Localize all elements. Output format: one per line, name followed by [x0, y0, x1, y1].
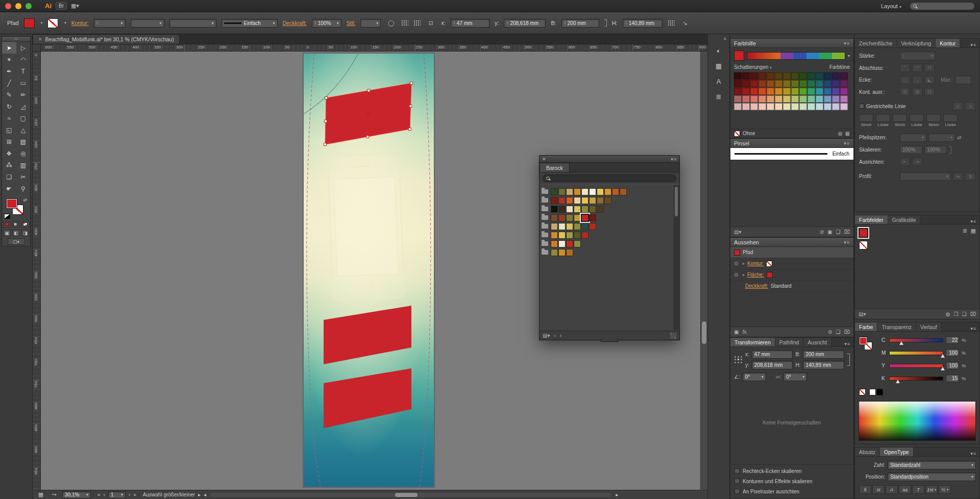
new-color-group-icon[interactable]: ❒	[954, 311, 959, 317]
align-stroke-inside-button[interactable]: ⊞	[912, 88, 922, 96]
color-variant-swatch[interactable]	[783, 95, 791, 103]
color-variant-swatch[interactable]	[750, 95, 758, 103]
mesh-tool[interactable]: ⊞	[2, 136, 16, 147]
harmony-color-segment[interactable]	[793, 53, 806, 59]
draw-normal-button[interactable]: ▣	[3, 230, 11, 236]
color-variant-swatch[interactable]	[824, 95, 831, 103]
stroke-link[interactable]: Kontur:	[71, 20, 89, 26]
library-swatch[interactable]	[581, 214, 589, 221]
color-variant-swatch[interactable]	[742, 80, 750, 87]
new-swatch-icon[interactable]: ❏	[962, 311, 967, 317]
slice-tool[interactable]: ✂	[16, 171, 31, 183]
panel-menu-icon[interactable]: ▾≡	[970, 42, 979, 47]
slider-thumb[interactable]	[941, 367, 945, 370]
scroll-left-arrow[interactable]: ◂	[204, 492, 206, 497]
dash-value-field[interactable]	[926, 114, 941, 122]
new-brush-icon[interactable]: ❏	[836, 229, 841, 235]
zoom-window-button[interactable]	[26, 3, 32, 9]
style-link[interactable]: Stil:	[347, 20, 356, 26]
swap-fill-stroke-icon[interactable]: ⇄	[23, 197, 27, 203]
library-swatch[interactable]	[566, 240, 573, 247]
next-library-icon[interactable]: ›	[560, 333, 561, 338]
zoom-level-combo[interactable]: 30,1%	[62, 491, 91, 498]
align-stroke-center-button[interactable]: ⊟	[900, 88, 910, 96]
panel-menu-icon[interactable]: ▾≡	[844, 41, 850, 46]
previous-library-icon[interactable]: ‹	[554, 333, 555, 338]
harmony-color-segment[interactable]	[747, 53, 780, 59]
slider-thumb[interactable]	[896, 380, 900, 383]
panel-menu-icon[interactable]: ▾≡	[671, 157, 677, 162]
library-swatch[interactable]	[558, 249, 566, 256]
color-variant-swatch[interactable]	[734, 95, 742, 103]
color-variant-swatch[interactable]	[775, 88, 782, 95]
arrowhead-end-combo[interactable]	[928, 133, 955, 142]
swatch-libraries-icon[interactable]: ▤▾	[859, 311, 866, 317]
brush-libraries-icon[interactable]: ▤▾	[734, 229, 741, 235]
library-swatch[interactable]	[551, 240, 558, 247]
perspective-grid-tool[interactable]: △	[16, 124, 31, 136]
first-artboard-button[interactable]: «	[97, 492, 101, 497]
folder-icon[interactable]	[542, 198, 548, 203]
library-swatch[interactable]	[551, 197, 558, 204]
slider-track[interactable]	[889, 351, 943, 355]
swatch-list[interactable]	[540, 184, 679, 331]
library-swatch[interactable]	[589, 197, 596, 204]
color-variant-swatch[interactable]	[832, 103, 840, 110]
harmony-colors-bar[interactable]	[747, 52, 845, 60]
opentype-feature-button[interactable]: 1st	[925, 485, 938, 494]
color-variant-swatch[interactable]	[734, 88, 742, 95]
library-swatch[interactable]	[558, 206, 566, 213]
fill-dropdown-icon[interactable]: ▾	[41, 21, 43, 25]
library-swatch[interactable]	[604, 188, 611, 195]
panel-menu-icon[interactable]: ▾≡	[970, 326, 979, 331]
swatch-list-scrollbar[interactable]	[674, 185, 679, 330]
color-variant-swatch[interactable]	[742, 88, 750, 95]
document-setup-icon[interactable]: ◯	[386, 18, 396, 28]
color-variant-swatch[interactable]	[750, 80, 758, 87]
color-variant-swatch[interactable]	[758, 103, 766, 110]
color-variant-swatch[interactable]	[840, 80, 848, 87]
tab-kontur[interactable]: Kontur	[936, 39, 960, 47]
color-variant-swatch[interactable]	[840, 103, 848, 110]
library-swatch[interactable]	[558, 240, 566, 247]
tab-ausrichten[interactable]: Ausricht	[803, 338, 831, 346]
zoom-tool[interactable]: ⚲	[16, 183, 31, 194]
opentype-feature-button[interactable]: A	[886, 485, 898, 494]
color-variant-swatch[interactable]	[840, 95, 848, 103]
color-variant-swatch[interactable]	[767, 88, 774, 95]
align-dash-button[interactable]: ⊐	[965, 102, 975, 110]
color-variant-swatch[interactable]	[758, 80, 766, 87]
tab-farbfelder[interactable]: Farbfelder	[855, 215, 888, 224]
delete-brush-icon[interactable]: ⌧	[844, 229, 850, 235]
width-tool[interactable]: ≈	[2, 112, 16, 124]
color-variant-swatch[interactable]	[832, 95, 840, 103]
tab-transformieren[interactable]: Transformieren	[730, 338, 775, 346]
eyedropper-tool[interactable]: ❖	[2, 147, 16, 159]
tab-verlauf[interactable]: Verlauf	[916, 322, 942, 331]
round-join-button[interactable]: ◞	[912, 76, 922, 84]
library-swatch[interactable]	[558, 188, 566, 195]
dock-icon-layers[interactable]: ≣	[711, 90, 726, 103]
library-swatch[interactable]	[558, 197, 566, 204]
library-swatch[interactable]	[581, 232, 589, 239]
fill-color-swatch[interactable]	[24, 18, 35, 28]
free-transform-tool[interactable]: ▢	[16, 112, 31, 124]
color-variant-swatch[interactable]	[807, 88, 815, 95]
color-variant-swatch[interactable]	[824, 80, 831, 87]
color-mode-button[interactable]	[3, 221, 11, 228]
checkbox[interactable]	[734, 479, 740, 484]
close-panel-icon[interactable]: ✕	[542, 157, 546, 162]
slider-track[interactable]	[889, 364, 943, 368]
width-profile-combo[interactable]	[900, 172, 951, 181]
color-variant-swatch[interactable]	[783, 72, 791, 80]
library-swatch[interactable]	[566, 197, 573, 204]
library-swatch[interactable]	[589, 206, 596, 213]
color-variant-swatch[interactable]	[758, 72, 766, 80]
folder-icon[interactable]	[542, 224, 548, 229]
opentype-feature-button[interactable]: aa	[899, 485, 911, 494]
color-variant-swatch[interactable]	[750, 72, 758, 80]
scrollbar-thumb[interactable]	[675, 187, 678, 216]
color-variant-swatch[interactable]	[775, 95, 782, 103]
vertical-scrollbar[interactable]	[700, 52, 707, 490]
color-variant-swatch[interactable]	[767, 95, 774, 103]
